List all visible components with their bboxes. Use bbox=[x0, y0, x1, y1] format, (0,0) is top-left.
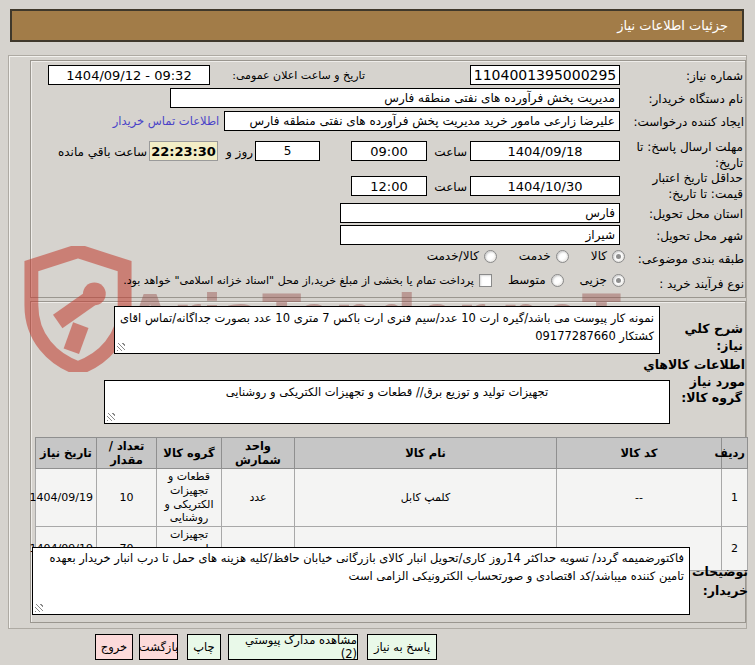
process-option-label: جزیی bbox=[580, 273, 607, 287]
resize-handle-icon[interactable] bbox=[35, 604, 43, 612]
city-field[interactable]: شیراز bbox=[340, 225, 620, 245]
cell-row-number: 1 bbox=[722, 469, 748, 527]
need-desc-text: نمونه کار پیوست می باشد/گیره ارت 10 عدد/… bbox=[120, 311, 654, 343]
category-label: طبقه بندی موضوعی: bbox=[623, 251, 744, 267]
need-number-label: شماره نیاز: bbox=[623, 68, 743, 84]
cell-quantity: 10 bbox=[97, 469, 157, 527]
col-unit: واحد شمارش bbox=[222, 438, 295, 469]
category-option-label: کالا bbox=[591, 249, 607, 263]
buyer-contact-link[interactable]: اطلاعات تماس خریدار bbox=[110, 114, 222, 128]
price-validity-time-field[interactable]: 12:00 bbox=[351, 176, 427, 196]
announce-datetime-field[interactable]: 1404/09/12 - 09:32 bbox=[48, 65, 210, 85]
category-option-goods-service[interactable]: کالا/خدمت bbox=[427, 249, 497, 263]
item-group-textarea[interactable]: تجهیزات تولید و توزیع برق// قطعات و تجهی… bbox=[104, 380, 670, 424]
radio-goods-service-icon[interactable] bbox=[484, 250, 497, 263]
category-option-service[interactable]: خدمت bbox=[519, 249, 569, 263]
radio-minor-icon[interactable] bbox=[612, 274, 625, 287]
buyer-org-field[interactable]: مدیریت پخش فرآورده های نفتی منطقه فارس bbox=[170, 88, 620, 108]
col-item-name: نام کالا bbox=[295, 438, 557, 469]
cell-item-name: کلمپ کابل bbox=[295, 469, 557, 527]
price-validity-date-field[interactable]: 1404/10/30 bbox=[470, 176, 620, 196]
radio-medium-icon[interactable] bbox=[551, 274, 564, 287]
col-need-date: تاریخ نیاز bbox=[36, 438, 97, 469]
radio-goods-icon[interactable] bbox=[612, 250, 625, 263]
cell-item-group: قطعات و تجهیزات الکتریکی و روشنایی bbox=[157, 469, 222, 527]
buyer-org-label: نام دستگاه خریدار: bbox=[623, 91, 743, 107]
deadline-remaining-label: ساعت باقي مانده bbox=[40, 144, 147, 160]
page: جزئیات اطلاعات نیاز AriaTender.neT شماره… bbox=[0, 0, 755, 665]
item-group-label: گروه کالا: bbox=[678, 390, 742, 407]
province-field[interactable]: فارس bbox=[340, 203, 620, 223]
deadline-date-field[interactable]: 1404/09/18 bbox=[470, 141, 620, 161]
col-item-group: گروه کالا bbox=[157, 438, 222, 469]
table-row: 1 -- کلمپ کابل عدد قطعات و تجهیزات الکتر… bbox=[36, 469, 748, 527]
price-validity-hour-label: ساعت bbox=[429, 179, 467, 195]
deadline-days-label: روز و bbox=[219, 144, 253, 160]
cell-item-code: -- bbox=[557, 469, 722, 527]
cell-need-date: 1404/09/19 bbox=[36, 469, 97, 527]
province-label: استان محل تحویل: bbox=[623, 206, 743, 222]
price-validity-label: حداقل تاریخ اعتبار قیمت: تا تاریخ: bbox=[623, 170, 743, 202]
radio-service-icon[interactable] bbox=[556, 250, 569, 263]
need-number-field[interactable]: 1104001395000295 bbox=[470, 65, 620, 85]
deadline-countdown: 22:23:30 bbox=[149, 141, 218, 161]
deadline-hour-label: ساعت bbox=[429, 144, 467, 160]
process-type-label: نوع فرآیند خرید : bbox=[623, 276, 744, 292]
request-creator-field[interactable]: علیرضا زارعی مامور خرید مدیریت پخش فرآور… bbox=[224, 111, 620, 131]
category-option-label: کالا/خدمت bbox=[427, 249, 479, 263]
buyer-notes-label: توضیحات خریدار: bbox=[694, 563, 748, 601]
treasury-payment-option[interactable]: پرداخت تمام یا بخشی از مبلغ خرید,از محل … bbox=[123, 274, 492, 287]
need-desc-textarea[interactable]: نمونه کار پیوست می باشد/گیره ارت 10 عدد/… bbox=[114, 306, 660, 354]
page-title: جزئیات اطلاعات نیاز bbox=[10, 9, 744, 42]
process-option-minor[interactable]: جزیی bbox=[580, 273, 625, 287]
category-option-goods[interactable]: کالا bbox=[591, 249, 625, 263]
process-type-options: جزیی متوسط پرداخت تمام یا بخشی از مبلغ خ… bbox=[96, 273, 625, 287]
col-quantity: تعداد / مقدار bbox=[97, 438, 157, 469]
respond-button[interactable]: پاسخ به نیاز bbox=[367, 634, 437, 660]
deadline-time-field[interactable]: 09:00 bbox=[351, 141, 427, 161]
category-option-label: خدمت bbox=[519, 249, 551, 263]
announce-datetime-label: تاریخ و ساعت اعلان عمومی: bbox=[212, 69, 365, 84]
exit-button[interactable]: خروج bbox=[95, 634, 133, 660]
process-option-label: متوسط bbox=[508, 273, 546, 287]
resize-handle-icon[interactable] bbox=[117, 343, 125, 351]
deadline-days-field[interactable]: 5 bbox=[255, 141, 320, 161]
print-button[interactable]: چاپ bbox=[187, 634, 221, 660]
category-options: کالا خدمت کالا/خدمت bbox=[400, 249, 625, 263]
need-desc-label: شرح کلي نیاز: bbox=[658, 321, 743, 355]
treasury-checkbox-icon[interactable] bbox=[479, 274, 492, 287]
cell-unit: عدد bbox=[222, 469, 295, 527]
deadline-label: مهلت ارسال پاسخ: تا تاریخ: bbox=[623, 139, 743, 171]
resize-handle-icon[interactable] bbox=[107, 413, 115, 421]
process-option-medium[interactable]: متوسط bbox=[508, 273, 564, 287]
city-label: شهر محل تحویل: bbox=[623, 228, 743, 244]
buyer-notes-text: فاکتورضمیمه گردد/ تسویه حداکثر 14روز کار… bbox=[49, 551, 684, 583]
col-item-code: کد کالا bbox=[557, 438, 722, 469]
view-attachments-button[interactable]: مشاهده مدارک پیوستي (2) bbox=[228, 634, 358, 660]
request-creator-label: ایجاد کننده درخواست: bbox=[623, 114, 744, 130]
back-button[interactable]: بازگشت bbox=[139, 634, 178, 660]
col-row-number: ردیف bbox=[722, 438, 748, 469]
item-group-text: تجهیزات تولید و توزیع برق// قطعات و تجهی… bbox=[226, 385, 548, 399]
treasury-checkbox-label: پرداخت تمام یا بخشی از مبلغ خرید,از محل … bbox=[123, 274, 474, 287]
items-table-header-row: ردیف کد کالا نام کالا واحد شمارش گروه کا… bbox=[36, 438, 748, 469]
buyer-notes-textarea[interactable]: فاکتورضمیمه گردد/ تسویه حداکثر 14روز کار… bbox=[32, 547, 690, 615]
